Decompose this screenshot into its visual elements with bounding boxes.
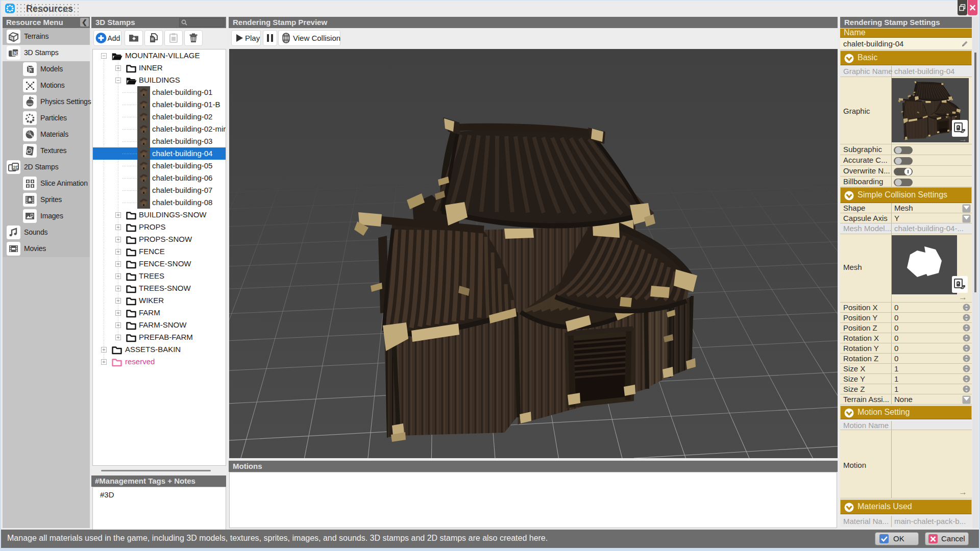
svg-text:3D: 3D: [13, 51, 19, 56]
svg-text:Cancel: Cancel: [941, 534, 965, 543]
svg-text:2D: 2D: [13, 165, 19, 170]
svg-text:View Collision: View Collision: [293, 34, 340, 42]
svg-text:OK: OK: [893, 534, 904, 543]
svg-text:Play: Play: [245, 34, 260, 42]
svg-text:Add: Add: [108, 34, 120, 42]
